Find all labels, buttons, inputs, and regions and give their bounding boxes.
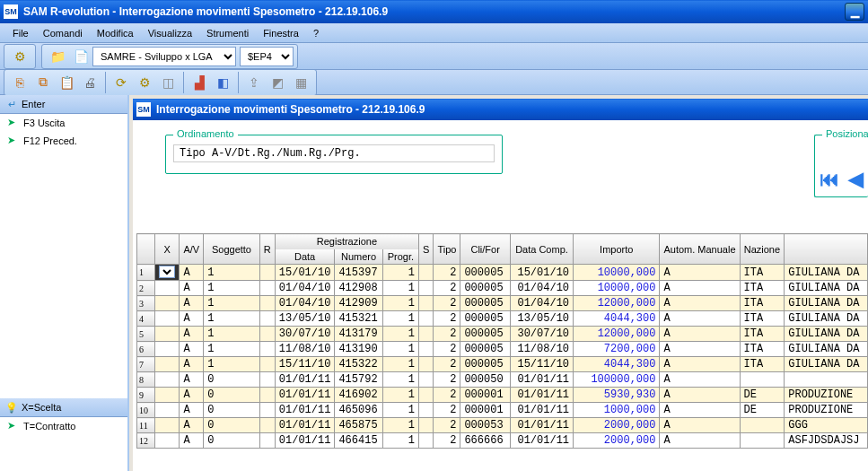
work-area: SM Interrogazione movimenti Spesometro -… <box>129 95 868 471</box>
sidebar-f12-label: F12 Preced. <box>23 135 77 146</box>
mdi-titlebar: SM Interrogazione movimenti Spesometro -… <box>133 99 868 120</box>
col-automman[interactable]: Autom. Manuale <box>660 234 740 265</box>
table-row[interactable]: 9A001/01/114169021200000101/01/115930,93… <box>137 388 868 403</box>
col-clifor[interactable]: Cli/For <box>460 234 511 265</box>
sidebar-enter-label: Enter <box>22 99 45 109</box>
table-row[interactable]: 1A115/01/104153971200000515/01/1010000,0… <box>137 265 868 281</box>
col-soggetto[interactable]: Soggetto <box>204 234 260 265</box>
toolbar-row-1: ⚙ 📁 📄 SAMRE - Sviluppo x LGA $EP4 <box>0 43 868 70</box>
col-importo[interactable]: Importo <box>574 234 660 265</box>
arrow-icon: ➤ <box>7 135 20 147</box>
tool-icon-9[interactable]: ◧ <box>213 73 232 92</box>
table-row[interactable]: 4A113/05/104153211200000513/05/104044,30… <box>137 311 868 327</box>
paste-icon[interactable]: 📋 <box>57 73 76 92</box>
col-nazione[interactable]: Nazione <box>740 234 785 265</box>
menu-help[interactable]: ? <box>306 26 326 40</box>
tool-icon-12[interactable]: ▦ <box>291 73 311 92</box>
sidebar-enter[interactable]: ↵ Enter <box>0 95 127 114</box>
document-icon[interactable]: 📄 <box>71 47 91 66</box>
table-row[interactable]: 8A001/01/114157921200005001/01/11100000,… <box>137 372 868 388</box>
col-s[interactable]: S <box>419 234 434 265</box>
environment-select[interactable]: SAMRE - Sviluppo x LGA <box>92 47 236 66</box>
copy-icon[interactable]: ⧉ <box>33 73 53 92</box>
table-row[interactable]: 6A111/08/104131901200000511/08/107200,00… <box>137 342 868 357</box>
print-icon[interactable]: 🖨 <box>80 73 100 92</box>
col-tipo[interactable]: Tipo <box>434 234 460 265</box>
menu-file[interactable]: File <box>5 26 36 40</box>
tool-icon-10[interactable]: ⇪ <box>244 73 264 92</box>
table-row[interactable]: 7A115/11/104153221200000515/11/104044,30… <box>137 357 868 372</box>
posizionamento-group: Posizioname ⏮ ◀ <box>814 135 868 197</box>
sidebar-f3[interactable]: ➤ F3 Uscita <box>0 114 127 132</box>
menu-strumenti[interactable]: Strumenti <box>199 26 256 40</box>
arrow-icon: ➤ <box>7 117 20 129</box>
menu-finestra[interactable]: Finestra <box>256 26 306 40</box>
tool-icon-1[interactable]: ⎘ <box>10 73 30 92</box>
tool-icon-11[interactable]: ◩ <box>267 73 287 92</box>
table-row[interactable]: 11A001/01/114658751200005301/01/112000,0… <box>137 418 868 433</box>
tool-icon-7[interactable]: ◫ <box>158 73 178 92</box>
col-desc[interactable] <box>785 234 868 265</box>
library-select[interactable]: $EP4 <box>240 47 294 66</box>
mdi-icon: SM <box>136 102 151 117</box>
table-row[interactable]: 2A101/04/104129081200000501/04/1010000,0… <box>137 281 868 296</box>
col-data[interactable]: Data <box>275 249 335 265</box>
table-row[interactable]: 10A001/01/114650961200000101/01/111000,0… <box>137 403 868 418</box>
sidebar-tcontratto[interactable]: ➤ T=Contratto <box>0 417 127 435</box>
col-r[interactable]: R <box>259 234 275 265</box>
posizionamento-legend: Posizioname <box>822 128 868 139</box>
mdi-body: Ordinamento Tipo A-V/Dt.Rg./Num.Rg./Prg.… <box>133 120 868 471</box>
table-row[interactable]: 3A101/04/104129091200000501/04/1012000,0… <box>137 296 868 311</box>
folder-icon[interactable]: 📁 <box>48 47 67 66</box>
ordinamento-value[interactable]: Tipo A-V/Dt.Rg./Num.Rg./Prg. <box>173 144 495 162</box>
arrow-icon: ➤ <box>7 420 20 432</box>
menu-bar: File Comandi Modifica Visualizza Strumen… <box>0 23 868 43</box>
window-title: SAM R-evolution - Interrogazione movimen… <box>23 5 388 18</box>
col-x[interactable]: X <box>154 234 180 265</box>
sidebar-f3-label: F3 Uscita <box>23 118 65 128</box>
toolbar-row-2: ⎘ ⧉ 📋 🖨 ⟳ ⚙ ◫ ▟ ◧ ⇪ ◩ ▦ <box>0 70 868 95</box>
col-numero[interactable]: Numero <box>335 249 382 265</box>
ordinamento-group: Ordinamento Tipo A-V/Dt.Rg./Num.Rg./Prg. <box>165 135 503 174</box>
window-titlebar: SM SAM R-evolution - Interrogazione movi… <box>0 0 868 23</box>
table-row[interactable]: 5A130/07/104131791200000530/07/1012000,0… <box>137 327 868 342</box>
menu-visualizza[interactable]: Visualizza <box>141 26 199 40</box>
sidebar-tcontratto-label: T=Contratto <box>23 421 75 432</box>
menu-comandi[interactable]: Comandi <box>36 26 90 40</box>
col-av[interactable]: A/V <box>180 234 204 265</box>
mdi-title: Interrogazione movimenti Spesometro - 21… <box>156 103 425 116</box>
ordinamento-legend: Ordinamento <box>173 128 238 139</box>
menu-modifica[interactable]: Modifica <box>90 26 141 40</box>
app-icon: SM <box>4 4 18 19</box>
enter-icon: ↵ <box>5 98 18 110</box>
data-grid[interactable]: X A/V Soggetto R Registrazione S Tipo Cl… <box>136 233 868 471</box>
minimize-button[interactable]: ▁ <box>845 3 864 21</box>
nav-prev-icon[interactable]: ◀ <box>848 168 864 191</box>
sidebar-xscelta-label: X=Scelta <box>22 402 61 413</box>
table-row[interactable]: 12A001/01/114664151266666601/01/112000,0… <box>137 433 868 449</box>
gear-icon[interactable]: ⚙ <box>10 47 30 66</box>
sidebar: ↵ Enter ➤ F3 Uscita ➤ F12 Preced. 💡 X=Sc… <box>0 95 129 471</box>
sidebar-f12[interactable]: ➤ F12 Preced. <box>0 132 127 150</box>
bulb-icon: 💡 <box>5 401 18 414</box>
nav-first-icon[interactable]: ⏮ <box>820 168 839 191</box>
sidebar-xscelta[interactable]: 💡 X=Scelta <box>0 398 127 417</box>
col-datacomp[interactable]: Data Comp. <box>510 234 573 265</box>
col-registrazione[interactable]: Registrazione <box>275 234 418 249</box>
row-x-select[interactable] <box>159 266 176 278</box>
gear2-icon[interactable]: ⚙ <box>135 73 154 92</box>
chart-icon[interactable]: ▟ <box>189 73 209 92</box>
tool-icon-5[interactable]: ⟳ <box>111 73 131 92</box>
col-progr[interactable]: Progr. <box>382 249 418 265</box>
